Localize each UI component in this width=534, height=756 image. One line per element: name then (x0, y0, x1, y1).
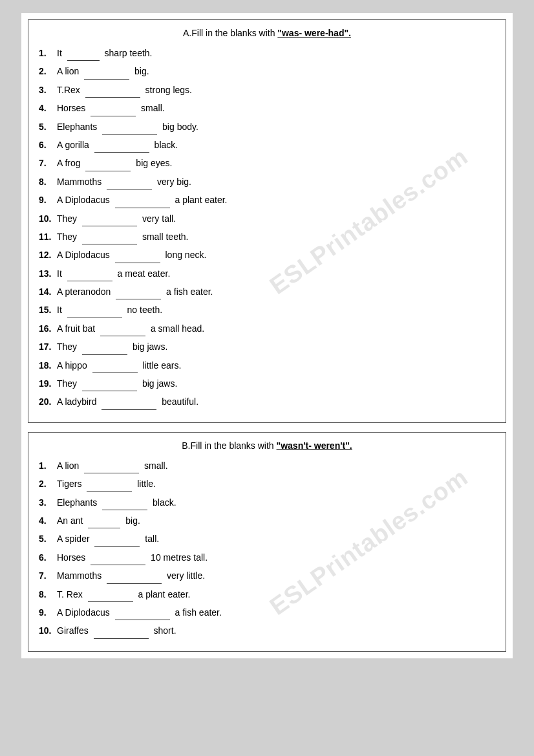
list-item: 3.Elephants black. (39, 495, 495, 510)
item-text: A gorilla black. (57, 138, 495, 153)
item-number: 20. (39, 394, 57, 409)
item-number: 3. (39, 83, 57, 97)
list-item: 19.They big jaws. (39, 376, 495, 391)
item-number: 18. (39, 358, 57, 373)
list-item: 17.They big jaws. (39, 340, 495, 354)
item-text: T. Rex a plant eater. (57, 587, 495, 602)
fill-in-blank (115, 605, 170, 620)
fill-in-blank (85, 156, 131, 171)
item-text: An ant big. (57, 513, 495, 528)
list-item: 3.T.Rex strong legs. (39, 83, 495, 98)
item-number: 9. (39, 193, 57, 207)
item-number: 14. (39, 285, 57, 299)
fill-in-blank (94, 623, 149, 638)
fill-in-blank (94, 138, 149, 153)
item-text: They big jaws. (57, 340, 495, 354)
list-item: 8.Mammoths very big. (39, 175, 495, 189)
item-number: 5. (39, 120, 57, 134)
item-text: A lion small. (57, 459, 495, 473)
item-number: 4. (39, 513, 57, 528)
item-text: They big jaws. (57, 376, 495, 391)
item-text: A spider tall. (57, 532, 495, 546)
fill-in-blank (115, 193, 170, 208)
item-number: 8. (39, 175, 57, 189)
list-item: 8.T. Rex a plant eater. (39, 587, 495, 602)
section-1-list: 1.It sharp teeth.2.A lion big.3.T.Rex st… (39, 46, 495, 410)
fill-in-blank (116, 285, 161, 299)
fill-in-blank (82, 340, 127, 354)
item-text: A hippo little ears. (57, 358, 495, 373)
fill-in-blank (87, 477, 132, 491)
item-number: 6. (39, 138, 57, 152)
item-text: T.Rex strong legs. (57, 83, 495, 98)
fill-in-blank (84, 64, 129, 79)
item-number: 1. (39, 46, 57, 60)
fill-in-blank (82, 230, 137, 244)
list-item: 1.A lion small. (39, 459, 495, 473)
item-text: It no teeth. (57, 303, 495, 318)
fill-in-blank (107, 568, 162, 583)
list-item: 6.Horses 10 metres tall. (39, 550, 495, 565)
item-number: 2. (39, 477, 57, 491)
fill-in-blank (94, 532, 140, 546)
item-number: 4. (39, 101, 57, 115)
item-text: Horses 10 metres tall. (57, 550, 495, 565)
item-text: Giraffes short. (57, 623, 495, 638)
fill-in-blank (67, 46, 100, 61)
section-2-list: 1.A lion small.2.Tigers little.3.Elephan… (39, 459, 495, 639)
item-text: A ladybird beautiful. (57, 394, 495, 409)
list-item: 9.A Diplodacus a plant eater. (39, 193, 495, 208)
list-item: 2.Tigers little. (39, 477, 495, 491)
list-item: 14.A pteranodon a fish eater. (39, 285, 495, 299)
item-text: A Diplodacus a plant eater. (57, 193, 495, 208)
list-item: 10.They very tall. (39, 211, 495, 226)
item-number: 17. (39, 340, 57, 354)
item-number: 13. (39, 266, 57, 281)
fill-in-blank (84, 459, 139, 473)
item-text: Elephants black. (57, 495, 495, 510)
item-text: Elephants big body. (57, 120, 495, 135)
item-number: 3. (39, 495, 57, 510)
page: A.Fill in the blanks with "was- were-had… (21, 13, 513, 658)
section-2-title: B.Fill in the blanks with "wasn't- weren… (39, 440, 495, 451)
list-item: 15.It no teeth. (39, 303, 495, 318)
list-item: 9.A Diplodacus a fish eater. (39, 605, 495, 620)
item-number: 1. (39, 459, 57, 473)
list-item: 18.A hippo little ears. (39, 358, 495, 373)
list-item: 7.A frog big eyes. (39, 156, 495, 171)
fill-in-blank (82, 376, 137, 391)
section-a: A.Fill in the blanks with "was- were-had… (28, 19, 506, 423)
section-1-title: A.Fill in the blanks with "was- were-had… (39, 28, 495, 38)
fill-in-blank (67, 266, 112, 281)
fill-in-blank (107, 175, 152, 189)
item-number: 6. (39, 550, 57, 565)
item-number: 9. (39, 605, 57, 620)
fill-in-blank (102, 495, 147, 510)
item-text: Horses small. (57, 101, 495, 116)
item-number: 10. (39, 623, 57, 638)
fill-in-blank (82, 211, 137, 226)
item-number: 10. (39, 211, 57, 226)
list-item: 12.A Diplodacus long neck. (39, 248, 495, 263)
item-number: 8. (39, 587, 57, 601)
item-number: 7. (39, 156, 57, 170)
item-number: 2. (39, 64, 57, 78)
section-b: B.Fill in the blanks with "wasn't- weren… (28, 432, 506, 652)
list-item: 10.Giraffes short. (39, 623, 495, 638)
list-item: 4.Horses small. (39, 101, 495, 116)
fill-in-blank (88, 513, 120, 528)
item-text: Mammoths very little. (57, 568, 495, 583)
fill-in-blank (67, 303, 122, 318)
item-number: 16. (39, 321, 57, 336)
list-item: 2.A lion big. (39, 64, 495, 79)
item-text: A Diplodacus long neck. (57, 248, 495, 263)
item-text: A frog big eyes. (57, 156, 495, 171)
list-item: 5.Elephants big body. (39, 120, 495, 135)
list-item: 16.A fruit bat a small head. (39, 321, 495, 336)
item-number: 7. (39, 568, 57, 583)
fill-in-blank (91, 550, 145, 565)
fill-in-blank (91, 101, 136, 116)
fill-in-blank (102, 120, 157, 135)
list-item: 11.They small teeth. (39, 230, 495, 244)
fill-in-blank (85, 83, 140, 98)
